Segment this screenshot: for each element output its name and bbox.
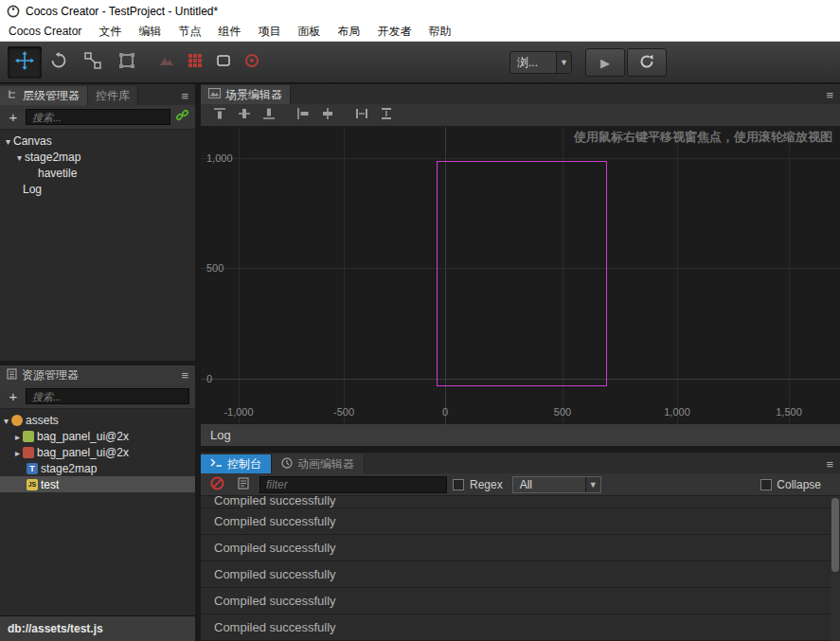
- tab-scene-editor[interactable]: 场景编辑器: [201, 85, 291, 104]
- gridline: [201, 158, 840, 159]
- menu-item-edit[interactable]: 编辑: [130, 22, 170, 41]
- chevron-down-icon: ▼: [556, 52, 571, 73]
- expand-arrow-icon[interactable]: [6, 134, 10, 148]
- menu-item-panel[interactable]: 面板: [289, 22, 329, 41]
- asset-path-statusbar: db://assets/test.js: [0, 615, 195, 641]
- asset-row-stage2map[interactable]: T stage2map: [0, 460, 195, 476]
- tree-node-log[interactable]: Log: [0, 181, 195, 197]
- db-root-folder-icon: [11, 415, 23, 426]
- viewport-hint-text: 使用鼠标右键平移视窗焦点，使用滚轮缩放视图: [574, 129, 832, 146]
- distribute-group: [352, 107, 396, 124]
- collapse-group: Collapse: [760, 478, 821, 491]
- console-log-row[interactable]: Compiled successfully: [201, 535, 840, 561]
- menu-item-file[interactable]: 文件: [90, 22, 130, 41]
- wheel-mode-button[interactable]: [239, 49, 265, 76]
- terrain-mode-button[interactable]: [153, 49, 180, 76]
- add-asset-button[interactable]: +: [6, 388, 21, 405]
- log-level-dropdown[interactable]: All ▼: [512, 476, 601, 493]
- move-tool-button[interactable]: [8, 46, 42, 79]
- design-resolution-rect: [437, 161, 607, 386]
- assets-search-input[interactable]: [26, 388, 189, 404]
- red-grid-icon: [188, 53, 203, 71]
- align-top-button[interactable]: [210, 107, 229, 124]
- distribute-horizontal-button[interactable]: [352, 107, 371, 124]
- clear-console-button[interactable]: [206, 475, 227, 494]
- menu-item-developer[interactable]: 开发者: [368, 22, 420, 41]
- align-top-icon: [213, 107, 226, 123]
- preview-target-value: 浏...: [510, 55, 556, 71]
- grid-mode-button[interactable]: [182, 49, 208, 76]
- scrollbar-thumb[interactable]: [831, 498, 839, 572]
- tree-node-stage2map[interactable]: stage2map: [0, 149, 195, 165]
- assets-tree: assets bag_panel_ui@2x bag_panel_ui@2x T…: [0, 409, 195, 615]
- menu-item-component[interactable]: 组件: [209, 22, 249, 41]
- preview-target-dropdown[interactable]: 浏... ▼: [509, 51, 572, 74]
- console-scrollbar[interactable]: [831, 496, 840, 641]
- collapse-checkbox[interactable]: [760, 479, 772, 490]
- link-icon[interactable]: [175, 108, 189, 126]
- align-center-icon: [321, 107, 334, 123]
- hierarchy-panel: 层级管理器 控件库 ≡ + Canvas: [0, 84, 195, 361]
- asset-row-test[interactable]: JS test: [0, 476, 195, 492]
- tree-node-havetile[interactable]: havetile: [0, 165, 195, 181]
- menu-item-help[interactable]: 帮助: [420, 22, 459, 41]
- hierarchy-toolbar: +: [0, 105, 195, 130]
- align-middle-button[interactable]: [235, 107, 254, 124]
- console-filter-input[interactable]: [259, 476, 447, 493]
- asset-row-bag-panel-atlas[interactable]: bag_panel_ui@2x: [0, 428, 195, 444]
- play-button[interactable]: ▶: [585, 48, 625, 77]
- console-panel-menu-icon[interactable]: ≡: [826, 458, 833, 471]
- tab-hierarchy-manager[interactable]: 层级管理器: [0, 86, 88, 105]
- chevron-down-icon: ▼: [585, 477, 600, 492]
- regex-checkbox[interactable]: [453, 479, 464, 490]
- hierarchy-tab-bar: 层级管理器 控件库 ≡: [0, 84, 195, 105]
- expand-arrow-icon[interactable]: [15, 430, 20, 443]
- console-log-row[interactable]: Compiled successfully: [201, 588, 840, 614]
- assets-panel: 资源管理器 ≡ + assets bag_panel_ui@2x: [0, 365, 195, 615]
- align-center-button[interactable]: [318, 107, 337, 124]
- scale-tool-button[interactable]: [76, 46, 110, 79]
- expand-arrow-icon[interactable]: [4, 414, 9, 427]
- distribute-vertical-button[interactable]: [377, 107, 396, 124]
- asset-row-assets[interactable]: assets: [0, 412, 195, 428]
- atlas-asset-icon: [23, 431, 34, 442]
- tree-node-canvas[interactable]: Canvas: [0, 133, 195, 149]
- hierarchy-panel-menu-icon[interactable]: ≡: [181, 90, 188, 102]
- scene-viewport[interactable]: 1,000 500 0 -1,000 -500 0 500 1,000 1,50…: [201, 127, 840, 424]
- menu-item-cocos-creator[interactable]: Cocos Creator: [0, 22, 90, 41]
- expand-arrow-icon[interactable]: [15, 446, 20, 459]
- refresh-icon: [639, 54, 654, 72]
- open-log-file-button[interactable]: [233, 475, 254, 494]
- console-tab-bar: 控制台 动画编辑器 ≡: [201, 453, 840, 473]
- refresh-button[interactable]: [627, 48, 667, 77]
- console-log-row[interactable]: Compiled successfully: [201, 508, 840, 535]
- y-axis-label: 0: [206, 373, 212, 384]
- hierarchy-search-input[interactable]: [26, 109, 170, 125]
- console-log-row[interactable]: Compiled successfully: [201, 496, 840, 508]
- expand-arrow-icon[interactable]: [17, 151, 22, 164]
- menu-item-project[interactable]: 项目: [249, 22, 289, 41]
- tab-console[interactable]: 控制台: [201, 454, 272, 473]
- distribute-horizontal-icon: [355, 107, 368, 123]
- console-log-row[interactable]: Compiled successfully: [201, 614, 840, 641]
- frame-mode-button[interactable]: [210, 49, 237, 76]
- asset-label: bag_panel_ui@2x: [37, 446, 129, 459]
- menu-item-node[interactable]: 节点: [170, 22, 209, 41]
- asset-row-bag-panel-image[interactable]: bag_panel_ui@2x: [0, 444, 195, 460]
- align-left-button[interactable]: [294, 107, 313, 124]
- menu-bar: Cocos Creator 文件 编辑 节点 组件 项目 面板 布局 开发者 帮…: [0, 22, 840, 42]
- menu-item-layout[interactable]: 布局: [329, 22, 368, 41]
- assets-panel-menu-icon[interactable]: ≡: [181, 369, 188, 382]
- add-node-button[interactable]: +: [6, 109, 21, 126]
- selected-asset-path: db://assets/test.js: [8, 622, 103, 635]
- node-label: havetile: [38, 167, 77, 180]
- scene-panel-menu-icon[interactable]: ≡: [826, 89, 833, 101]
- console-log-row[interactable]: Compiled successfully: [201, 561, 840, 588]
- align-bottom-button[interactable]: [259, 107, 278, 124]
- console-splitter[interactable]: [201, 446, 840, 453]
- tab-animation-editor[interactable]: 动画编辑器: [272, 454, 365, 473]
- tab-control-library[interactable]: 控件库: [88, 86, 138, 105]
- rect-transform-tool-button[interactable]: [110, 46, 144, 79]
- run-controls: ▶: [585, 48, 667, 77]
- rotate-tool-button[interactable]: [42, 46, 76, 79]
